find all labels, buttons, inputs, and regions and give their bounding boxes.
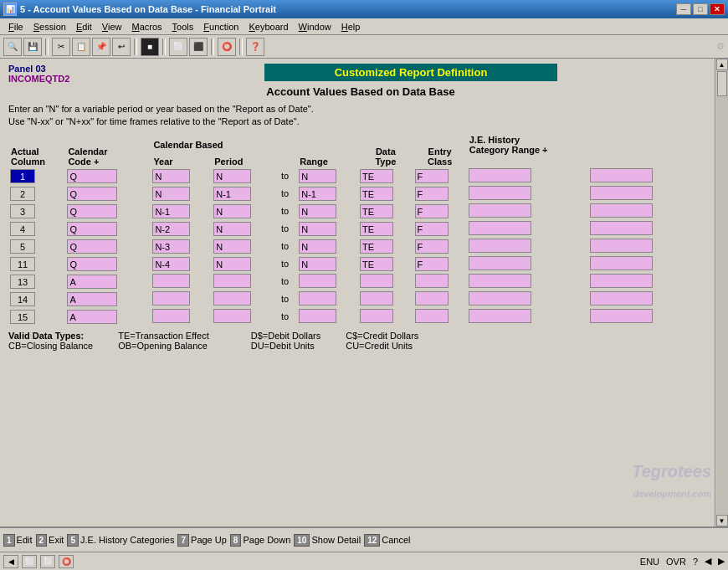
- year-cell[interactable]: N-3: [151, 238, 212, 255]
- jeh1-cell[interactable]: [467, 220, 565, 238]
- scroll-thumb[interactable]: [717, 71, 727, 96]
- year-cell[interactable]: [151, 290, 212, 308]
- period-cell[interactable]: N: [212, 238, 273, 255]
- period-cell[interactable]: N: [212, 255, 273, 273]
- toolbar-btn-cut[interactable]: ✂: [52, 38, 70, 56]
- data-type-cell[interactable]: [358, 290, 413, 308]
- sub-btn-3[interactable]: ⬜: [40, 555, 55, 568]
- entry-class-cell[interactable]: F: [413, 238, 467, 255]
- jeh1-cell[interactable]: [467, 185, 565, 203]
- calendar-cell[interactable]: A: [65, 308, 151, 326]
- maximize-button[interactable]: □: [693, 3, 708, 15]
- jeh1-cell[interactable]: [467, 238, 565, 255]
- jeh1-cell[interactable]: [467, 290, 565, 308]
- entry-class-cell[interactable]: F: [413, 203, 467, 220]
- calendar-cell[interactable]: Q: [65, 220, 151, 238]
- jeh1-cell[interactable]: [467, 273, 565, 290]
- jeh2-cell[interactable]: [588, 255, 686, 273]
- scroll-down-button[interactable]: ▼: [716, 515, 728, 526]
- calendar-cell[interactable]: A: [65, 290, 151, 308]
- data-type-cell[interactable]: [358, 273, 413, 290]
- menu-macros[interactable]: Macros: [127, 20, 167, 33]
- year-cell[interactable]: N-1: [151, 203, 212, 220]
- entry-class-cell[interactable]: [413, 273, 467, 290]
- nav-back[interactable]: ◀: [705, 556, 711, 567]
- toolbar-btn-paste[interactable]: 📌: [92, 38, 110, 56]
- jeh2-cell[interactable]: [588, 238, 686, 255]
- range-cell[interactable]: N: [297, 238, 358, 255]
- entry-class-cell[interactable]: [413, 290, 467, 308]
- period-cell[interactable]: N: [212, 220, 273, 238]
- data-type-cell[interactable]: TE: [358, 255, 413, 273]
- sub-btn-4[interactable]: ⭕: [59, 555, 74, 568]
- period-cell[interactable]: [212, 273, 273, 290]
- range-cell[interactable]: N: [297, 255, 358, 273]
- entry-class-cell[interactable]: F: [413, 220, 467, 238]
- period-cell[interactable]: N: [212, 203, 273, 220]
- entry-class-cell[interactable]: F: [413, 255, 467, 273]
- year-cell[interactable]: N: [151, 167, 212, 185]
- jeh2-cell[interactable]: [588, 185, 686, 203]
- period-cell[interactable]: [212, 308, 273, 326]
- jeh2-cell[interactable]: [588, 220, 686, 238]
- toolbar-btn-1[interactable]: 🔍: [3, 38, 22, 56]
- toolbar-btn-copy[interactable]: 📋: [72, 38, 90, 56]
- calendar-cell[interactable]: Q: [65, 185, 151, 203]
- range-cell[interactable]: N: [297, 220, 358, 238]
- data-type-cell[interactable]: TE: [358, 238, 413, 255]
- entry-class-cell[interactable]: F: [413, 185, 467, 203]
- nav-forward[interactable]: ▶: [718, 556, 725, 567]
- je-history-button[interactable]: 5 J.E. History Categories: [67, 534, 174, 547]
- menu-function[interactable]: Function: [198, 20, 244, 33]
- range-cell[interactable]: N-1: [297, 185, 358, 203]
- calendar-cell[interactable]: Q: [65, 255, 151, 273]
- menu-help[interactable]: Help: [336, 20, 366, 33]
- entry-class-cell[interactable]: F: [413, 167, 467, 185]
- year-cell[interactable]: N-4: [151, 255, 212, 273]
- range-cell[interactable]: N: [297, 203, 358, 220]
- menu-window[interactable]: Window: [294, 20, 336, 33]
- menu-tools[interactable]: Tools: [167, 20, 199, 33]
- jeh1-cell[interactable]: [467, 308, 565, 326]
- range-cell[interactable]: [297, 273, 358, 290]
- toolbar-btn-5[interactable]: ⬜: [169, 38, 187, 56]
- jeh1-cell[interactable]: [467, 255, 565, 273]
- calendar-cell[interactable]: A: [65, 273, 151, 290]
- period-cell[interactable]: [212, 290, 273, 308]
- exit-button[interactable]: 2 Exit: [36, 534, 64, 547]
- menu-view[interactable]: View: [97, 20, 127, 33]
- jeh2-cell[interactable]: [588, 290, 686, 308]
- menu-edit[interactable]: Edit: [71, 20, 97, 33]
- cancel-button[interactable]: 12 Cancel: [364, 534, 410, 547]
- data-type-cell[interactable]: TE: [358, 167, 413, 185]
- calendar-cell[interactable]: Q: [65, 238, 151, 255]
- scroll-up-button[interactable]: ▲: [716, 59, 728, 70]
- minimize-button[interactable]: ─: [676, 3, 691, 15]
- range-cell[interactable]: [297, 290, 358, 308]
- period-cell[interactable]: N: [212, 167, 273, 185]
- page-up-button[interactable]: 7 Page Up: [177, 534, 226, 547]
- close-button[interactable]: ✕: [710, 3, 725, 15]
- year-cell[interactable]: [151, 308, 212, 326]
- menu-keyboard[interactable]: Keyboard: [244, 20, 294, 33]
- toolbar-btn-help[interactable]: ❓: [246, 38, 264, 56]
- scrollbar[interactable]: ▲ ▼: [715, 59, 728, 526]
- toolbar-btn-circle[interactable]: ⭕: [218, 38, 236, 56]
- data-type-cell[interactable]: TE: [358, 185, 413, 203]
- toolbar-btn-6[interactable]: ⬛: [189, 38, 208, 56]
- menu-file[interactable]: File: [3, 20, 28, 33]
- entry-class-cell[interactable]: [413, 308, 467, 326]
- toolbar-btn-black[interactable]: ■: [141, 38, 159, 56]
- calendar-cell[interactable]: Q: [65, 167, 151, 185]
- page-down-button[interactable]: 8 Page Down: [230, 534, 290, 547]
- range-cell[interactable]: N: [297, 167, 358, 185]
- sub-btn-2[interactable]: ⬜: [22, 555, 37, 568]
- jeh2-cell[interactable]: [588, 203, 686, 220]
- jeh2-cell[interactable]: [588, 167, 686, 185]
- menu-session[interactable]: Session: [28, 20, 71, 33]
- range-cell[interactable]: [297, 308, 358, 326]
- period-cell[interactable]: N-1: [212, 185, 273, 203]
- data-type-cell[interactable]: [358, 308, 413, 326]
- sub-btn-1[interactable]: ◀: [3, 555, 18, 568]
- jeh1-cell[interactable]: [467, 203, 565, 220]
